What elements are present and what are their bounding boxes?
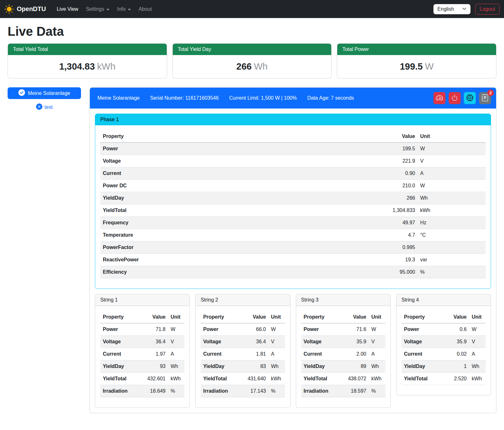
power-button[interactable] [449,92,461,104]
unit-cell: Wh [168,360,184,373]
table-row: Irradiation18.649% [100,385,184,397]
chevron-down-icon [462,6,466,12]
property-cell: YieldDay [100,192,376,204]
unit-cell: V [168,336,184,348]
cpu-icon [466,94,473,102]
caret-down-icon [106,9,109,10]
property-cell: Power [100,143,376,155]
unit-cell: kWh [469,373,486,385]
value-cell: 36.4 [140,336,168,348]
brand-title: OpenDTU [17,5,46,13]
string-card-1: String 1 Property Value Unit [95,294,190,408]
unit-cell: Wh [418,192,486,204]
logout-button[interactable]: Logout [475,4,500,15]
nav-item-settings[interactable]: Settings [82,4,113,15]
property-cell: Efficiency [100,266,376,278]
column-header-unit: Unit [418,130,486,143]
value-cell: 17.143 [241,385,269,397]
inverter-name: Meine Solaranlage [95,95,140,101]
table-row: Current0.02A [401,348,486,360]
string-table-1: Property Value Unit Power71.8WVoltage36.… [100,311,184,397]
table-row: ReactivePower19.3var [100,254,486,266]
card-title: Total Yield Day [173,44,332,55]
property-cell: YieldDay [100,360,140,373]
unit-cell: kWh [168,373,184,385]
string-card-3: String 3 Property Value Unit [296,294,391,408]
value-cell: 266 [376,192,418,204]
table-row: YieldDay83Wh [201,360,285,373]
card-body: 266Wh [173,55,332,78]
unit-cell: % [168,385,184,397]
card-title: Total Power [337,44,496,55]
value-cell: 35.9 [441,336,469,348]
unit-cell: kWh [418,204,486,217]
card-unit: Wh [254,61,268,72]
table-row: Irradiation17.143% [201,385,285,397]
inverter-panel: Meine Solaranlage Serial Number: 1161716… [90,87,496,413]
table-row: Voltage35.9V [301,336,385,348]
language-select[interactable]: English [433,4,470,14]
phase-table: Property Value Unit Power199.5WVoltage22… [100,130,486,278]
column-header-value: Value [441,311,469,323]
table-row: YieldTotal2.520kWh [401,373,486,385]
column-header-property: Property [401,311,441,323]
limit-settings-button[interactable] [433,92,445,104]
table-row: Power DC210.0W [100,180,486,192]
table-row: Power71.8W [100,323,184,336]
table-row: YieldDay89Wh [301,360,385,373]
property-cell: YieldDay [301,360,341,373]
unit-cell: A [469,348,486,360]
value-cell: 35.9 [341,336,369,348]
phase-title: Phase 1 [95,114,491,125]
value-cell: 438.072 [341,373,369,385]
restart-button[interactable] [464,92,476,104]
inverter-actions: 2 [433,92,491,104]
value-cell: 199.5 [376,143,418,155]
property-cell: Frequency [100,217,376,229]
property-cell: Voltage [301,336,341,348]
nav-item-about[interactable]: About [135,4,156,15]
inverter-select-button[interactable]: Meine Solaranlage [8,87,81,99]
value-cell: 83 [241,360,269,373]
unit-cell: V [369,336,385,348]
navbar-right: English Logout [433,4,500,15]
property-cell: Current [201,348,240,360]
property-cell: YieldTotal [401,373,441,385]
value-cell: 431.640 [241,373,269,385]
inverter-secondary-label: test [45,104,53,110]
event-log-button[interactable]: 2 [479,92,491,104]
table-row: Voltage35.9V [401,336,486,348]
inverter-header: Meine Solaranlage Serial Number: 1161716… [90,88,496,109]
nav-item-info[interactable]: Info [113,4,135,15]
table-row: Power0.6W [401,323,486,336]
property-cell: PowerFactor [100,241,376,254]
unit-cell: W [469,323,486,336]
nav-item-live-view[interactable]: Live View [53,4,82,15]
inverter-meta: Serial Number: 116171603546 Current Limi… [140,95,354,101]
power-icon [451,94,458,102]
table-row: Voltage36.4V [201,336,285,348]
brand-link[interactable]: OpenDTU [4,4,46,14]
unit-cell: var [418,254,486,266]
unit-cell: % [269,385,285,397]
table-row: Irradiation18.597% [301,385,385,397]
column-header-unit: Unit [269,311,285,323]
language-value: English [438,6,454,12]
card-total-yield-day: Total Yield Day 266Wh [172,43,332,78]
property-cell: Irradiation [301,385,341,397]
property-cell: Irradiation [100,385,140,397]
string-card-2: String 2 Property Value Unit [195,294,290,408]
property-cell: Current [301,348,341,360]
unit-cell: V [418,155,486,167]
table-row: Power71.6W [301,323,385,336]
value-cell: 36.4 [241,336,269,348]
caret-down-icon [128,9,131,10]
speedometer-icon [436,94,443,102]
inverter-secondary-item[interactable]: test [8,103,81,111]
property-cell: YieldTotal [201,373,240,385]
unit-cell: A [418,167,486,180]
nav-links: Live View Settings Info About [53,4,156,15]
column-header-value: Value [376,130,418,143]
page-title: Live Data [8,24,496,39]
table-row: YieldTotal432.601kWh [100,373,184,385]
